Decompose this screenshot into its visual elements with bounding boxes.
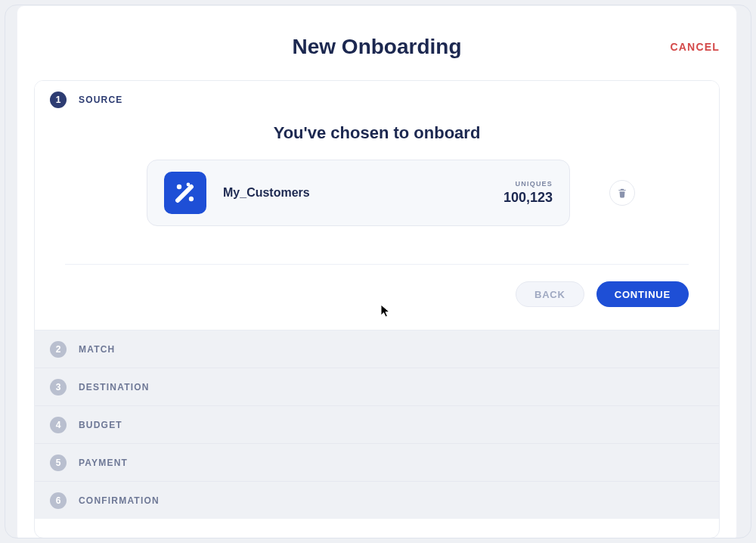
step-label-destination: DESTINATION xyxy=(79,382,150,393)
chosen-to-onboard-text: You've chosen to onboard xyxy=(65,119,689,160)
step-label-payment: PAYMENT xyxy=(79,458,128,468)
continue-button[interactable]: CONTINUE xyxy=(596,281,689,307)
step-header-budget[interactable]: 4 BUDGET xyxy=(35,405,719,443)
step-number-5: 5 xyxy=(50,455,67,471)
step-actions: BACK CONTINUE xyxy=(65,281,689,307)
source-logo-icon xyxy=(164,172,206,214)
onboarding-panel: New Onboarding CANCEL 1 SOURCE You've ch… xyxy=(17,5,737,538)
page-title: New Onboarding xyxy=(17,35,736,59)
step-header-payment[interactable]: 5 PAYMENT xyxy=(35,443,719,481)
uniques-label: UNIQUES xyxy=(503,180,553,188)
svg-point-0 xyxy=(177,185,181,189)
back-button[interactable]: BACK xyxy=(516,281,584,307)
step-header-confirmation[interactable]: 6 CONFIRMATION xyxy=(35,481,719,519)
step-label-confirmation: CONFIRMATION xyxy=(79,495,160,506)
step-header-match[interactable]: 2 MATCH xyxy=(35,330,719,368)
svg-point-2 xyxy=(187,183,191,187)
step-number-4: 4 xyxy=(50,417,67,433)
trash-icon xyxy=(617,188,627,198)
step-label-source: SOURCE xyxy=(79,95,123,105)
panel-header: New Onboarding CANCEL xyxy=(17,6,736,74)
app-window: New Onboarding CANCEL 1 SOURCE You've ch… xyxy=(5,5,751,538)
step-header-source[interactable]: 1 SOURCE xyxy=(35,81,719,119)
source-name: My_Customers xyxy=(223,186,487,200)
source-row: My_Customers UNIQUES 100,123 xyxy=(65,160,689,226)
step-label-budget: BUDGET xyxy=(79,420,122,430)
step-label-match: MATCH xyxy=(79,344,115,355)
delete-source-button[interactable] xyxy=(609,180,635,206)
svg-point-1 xyxy=(189,197,194,201)
step-header-destination[interactable]: 3 DESTINATION xyxy=(35,368,719,405)
step-number-3: 3 xyxy=(50,379,67,396)
step-number-6: 6 xyxy=(50,492,67,509)
divider xyxy=(65,264,689,265)
source-card[interactable]: My_Customers UNIQUES 100,123 xyxy=(147,160,570,226)
uniques-value: 100,123 xyxy=(503,190,553,206)
step-body-source: You've chosen to onboard xyxy=(35,119,719,330)
uniques-block: UNIQUES 100,123 xyxy=(503,180,553,206)
cancel-button[interactable]: CANCEL xyxy=(670,41,720,53)
step-number-2: 2 xyxy=(50,341,67,358)
step-number-1: 1 xyxy=(50,92,67,108)
wizard-steps: 1 SOURCE You've chosen to onboard xyxy=(34,80,720,538)
